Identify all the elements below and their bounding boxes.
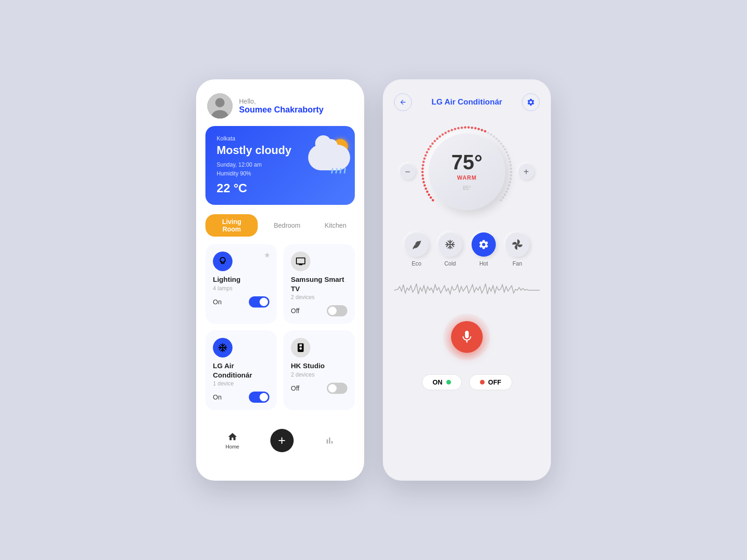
eco-icon: [411, 239, 422, 250]
waveform-section: [383, 276, 551, 304]
svg-point-52: [510, 168, 512, 170]
svg-point-37: [481, 129, 483, 131]
svg-point-57: [508, 184, 510, 187]
svg-point-14: [422, 164, 424, 166]
svg-point-3: [432, 199, 434, 202]
ac-status: On: [213, 393, 222, 401]
svg-point-24: [439, 135, 441, 138]
nav-home[interactable]: Home: [226, 432, 239, 449]
tab-kitchen[interactable]: Kitchen: [316, 218, 355, 233]
avatar-image: [207, 93, 233, 119]
svg-point-41: [493, 135, 495, 138]
svg-point-33: [467, 126, 470, 129]
home-label: Home: [226, 444, 239, 449]
svg-point-17: [424, 154, 427, 156]
weather-temperature: 22 °C: [217, 181, 345, 196]
power-on-button[interactable]: ON: [422, 374, 462, 390]
mode-section: Eco Cold Hot: [383, 228, 551, 276]
svg-point-60: [504, 194, 506, 196]
svg-point-9: [423, 181, 425, 183]
svg-point-53: [510, 171, 512, 173]
temp-increase-button[interactable]: +: [518, 164, 534, 180]
tv-icon-wrap: [291, 252, 310, 271]
lighting-name: Lighting: [213, 275, 269, 284]
svg-point-61: [502, 196, 504, 199]
tab-bedroom[interactable]: Bedroom: [265, 218, 309, 233]
lighting-toggle[interactable]: [249, 296, 269, 308]
svg-point-5: [428, 194, 430, 196]
svg-point-1: [215, 98, 225, 107]
svg-point-30: [457, 127, 459, 129]
off-label: OFF: [488, 378, 501, 386]
eco-icon-wrap: [404, 232, 429, 257]
star-icon: ★: [264, 251, 270, 259]
svg-point-16: [423, 157, 426, 160]
svg-point-27: [448, 130, 450, 133]
cold-icon: [444, 239, 456, 250]
svg-point-21: [431, 142, 434, 145]
weather-icon: [294, 135, 350, 182]
settings-button[interactable]: [522, 93, 540, 111]
mode-eco[interactable]: Eco: [404, 232, 429, 267]
hk-toggle[interactable]: [327, 383, 347, 394]
mic-button[interactable]: [451, 321, 483, 353]
cloud-icon: [308, 145, 350, 170]
svg-point-10: [422, 178, 424, 180]
nav-stats[interactable]: [324, 435, 335, 446]
temp-decrease-button[interactable]: −: [400, 164, 416, 180]
onoff-section: ON OFF: [383, 374, 551, 404]
fan-label: Fan: [513, 260, 522, 267]
user-name: Soumee Chakraborty: [239, 105, 324, 115]
add-button[interactable]: +: [270, 429, 294, 452]
hk-sub: 2 devices: [291, 371, 347, 378]
stats-icon: [324, 435, 335, 446]
mode-fan[interactable]: Fan: [505, 232, 529, 267]
mode-cold[interactable]: Cold: [438, 232, 462, 267]
ac-toggle[interactable]: [249, 392, 269, 403]
svg-point-23: [436, 138, 438, 140]
svg-point-54: [510, 174, 512, 176]
svg-point-44: [500, 142, 502, 145]
on-indicator: [446, 380, 451, 385]
svg-point-62: [500, 199, 502, 202]
add-icon: +: [278, 433, 285, 448]
weather-day: Sunday, 12:00 am: [217, 161, 262, 168]
svg-point-47: [506, 151, 508, 154]
svg-point-15: [423, 161, 425, 163]
tv-icon: [296, 256, 306, 266]
power-off-button[interactable]: OFF: [469, 374, 512, 390]
svg-point-42: [495, 138, 498, 140]
lighting-status: On: [213, 298, 222, 306]
svg-point-55: [509, 178, 512, 180]
svg-point-43: [498, 140, 500, 142]
svg-point-40: [490, 133, 492, 136]
svg-point-50: [509, 161, 511, 163]
tv-sub: 2 devices: [291, 294, 347, 301]
mic-glow: [444, 314, 490, 360]
back-button[interactable]: [394, 93, 412, 111]
svg-point-25: [442, 133, 444, 136]
dial-container: // dots will be rendered via JS below 75…: [420, 125, 514, 218]
settings-icon: [527, 98, 535, 106]
home-icon: [227, 432, 238, 442]
bulb-icon: [218, 256, 228, 266]
tv-status: Off: [291, 307, 299, 315]
greeting-label: Hello,: [239, 98, 324, 105]
svg-point-19: [428, 148, 430, 150]
mode-hot[interactable]: Hot: [472, 232, 496, 267]
eco-label: Eco: [412, 260, 422, 267]
back-icon: [399, 98, 407, 106]
weather-card: Kolkata Mostly cloudy Sunday, 12:00 am H…: [205, 126, 355, 205]
tab-living-room[interactable]: Living Room: [205, 214, 258, 237]
screen1-phone: Hello, Soumee Chakraborty Kolkata Mostly…: [196, 79, 364, 481]
tv-toggle[interactable]: [327, 305, 347, 316]
ac-footer: On: [213, 392, 269, 403]
hot-label: Hot: [479, 260, 488, 267]
svg-point-31: [461, 126, 463, 129]
cold-label: Cold: [444, 260, 456, 267]
svg-point-39: [487, 132, 489, 134]
mode-display: WARM: [457, 175, 477, 181]
svg-point-36: [478, 128, 480, 130]
ac-icon: [218, 343, 228, 353]
svg-point-11: [422, 174, 424, 176]
